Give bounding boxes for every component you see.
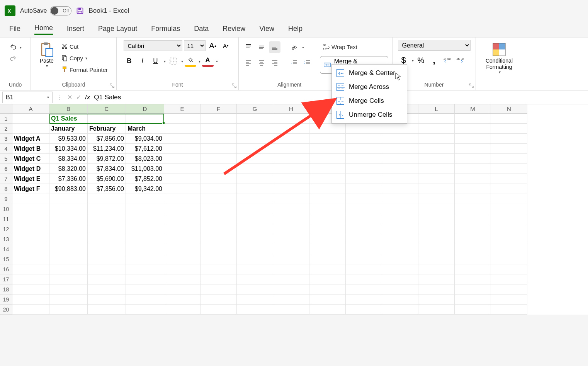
select-all-corner[interactable] xyxy=(0,104,12,114)
cell-E5[interactable] xyxy=(164,154,201,164)
cell-M13[interactable] xyxy=(455,234,491,244)
cell-J19[interactable] xyxy=(346,295,382,305)
cell-F5[interactable] xyxy=(201,154,237,164)
cell-L18[interactable] xyxy=(418,284,455,295)
cell-N11[interactable] xyxy=(491,214,527,224)
row-header-17[interactable]: 17 xyxy=(0,274,12,284)
cell-C11[interactable] xyxy=(88,214,126,224)
cell-G15[interactable] xyxy=(237,254,273,264)
cell-L15[interactable] xyxy=(418,254,455,264)
redo-button[interactable] xyxy=(7,54,20,64)
cell-L1[interactable] xyxy=(418,114,455,124)
cell-H12[interactable] xyxy=(273,224,309,234)
cell-G18[interactable] xyxy=(237,284,273,295)
cell-B19[interactable] xyxy=(49,295,88,305)
cell-N17[interactable] xyxy=(491,274,527,284)
cell-J16[interactable] xyxy=(346,264,382,274)
cell-L20[interactable] xyxy=(418,305,455,315)
cell-K9[interactable] xyxy=(382,194,418,204)
cell-A9[interactable] xyxy=(12,194,49,204)
cell-F1[interactable] xyxy=(201,114,237,124)
font-color-button[interactable]: A xyxy=(202,55,214,67)
cell-C15[interactable] xyxy=(88,254,126,264)
cell-K7[interactable] xyxy=(382,174,418,184)
row-header-10[interactable]: 10 xyxy=(0,204,12,214)
cell-C1[interactable] xyxy=(88,114,126,124)
row-header-16[interactable]: 16 xyxy=(0,264,12,274)
cell-C4[interactable]: $11,234.00 xyxy=(88,144,126,154)
cell-E19[interactable] xyxy=(164,295,201,305)
cell-J4[interactable] xyxy=(346,144,382,154)
cell-M17[interactable] xyxy=(455,274,491,284)
cell-K15[interactable] xyxy=(382,254,418,264)
cell-B8[interactable]: $90,883.00 xyxy=(49,184,88,194)
tab-review[interactable]: Review xyxy=(223,25,245,34)
cell-M14[interactable] xyxy=(455,244,491,254)
cell-L14[interactable] xyxy=(418,244,455,254)
cell-D2[interactable]: March xyxy=(126,124,164,134)
cell-I18[interactable] xyxy=(309,284,346,295)
chevron-down-icon[interactable]: ▾ xyxy=(47,95,49,99)
cell-M16[interactable] xyxy=(455,264,491,274)
cell-A17[interactable] xyxy=(12,274,49,284)
cell-F20[interactable] xyxy=(201,305,237,315)
cell-K10[interactable] xyxy=(382,204,418,214)
decrease-decimal-button[interactable]: .00.0 xyxy=(455,54,466,66)
cell-F16[interactable] xyxy=(201,264,237,274)
cell-N14[interactable] xyxy=(491,244,527,254)
cell-N4[interactable] xyxy=(491,144,527,154)
cell-H10[interactable] xyxy=(273,204,309,214)
cell-G2[interactable] xyxy=(237,124,273,134)
cell-E3[interactable] xyxy=(164,134,201,144)
increase-font-button[interactable]: A▴ xyxy=(207,40,219,51)
cell-G3[interactable] xyxy=(237,134,273,144)
cell-M6[interactable] xyxy=(455,164,491,174)
cell-B4[interactable]: $10,334.00 xyxy=(49,144,88,154)
cell-J3[interactable] xyxy=(346,134,382,144)
cell-L3[interactable] xyxy=(418,134,455,144)
cell-G17[interactable] xyxy=(237,274,273,284)
col-header-H[interactable]: H xyxy=(273,104,309,114)
cell-E18[interactable] xyxy=(164,284,201,295)
cell-H3[interactable] xyxy=(273,134,309,144)
wrap-text-button[interactable]: abc Wrap Text xyxy=(320,41,388,52)
align-left-button[interactable] xyxy=(243,57,254,68)
cell-B11[interactable] xyxy=(49,214,88,224)
cell-J2[interactable] xyxy=(346,124,382,134)
cell-L16[interactable] xyxy=(418,264,455,274)
conditional-formatting-button[interactable]: Conditional Formatting ▾ xyxy=(480,40,518,76)
copy-button[interactable]: Copy ▾ xyxy=(59,53,110,63)
cell-N6[interactable] xyxy=(491,164,527,174)
cell-M15[interactable] xyxy=(455,254,491,264)
cell-K12[interactable] xyxy=(382,224,418,234)
cell-E2[interactable] xyxy=(164,124,201,134)
cell-A11[interactable] xyxy=(12,214,49,224)
borders-button[interactable] xyxy=(167,55,179,67)
cell-H8[interactable] xyxy=(273,184,309,194)
col-header-F[interactable]: F xyxy=(201,104,237,114)
cell-H7[interactable] xyxy=(273,174,309,184)
cell-F10[interactable] xyxy=(201,204,237,214)
name-box[interactable]: B1 ▾ xyxy=(2,92,53,103)
comma-button[interactable]: , xyxy=(428,54,440,66)
cell-C17[interactable] xyxy=(88,274,126,284)
undo-button[interactable]: ▾ xyxy=(7,42,24,52)
cell-D11[interactable] xyxy=(126,214,164,224)
increase-indent-button[interactable] xyxy=(301,57,313,68)
cell-G11[interactable] xyxy=(237,214,273,224)
menu-unmerge-cells[interactable]: Unmerge Cells xyxy=(332,108,407,122)
cell-J17[interactable] xyxy=(346,274,382,284)
cell-F4[interactable] xyxy=(201,144,237,154)
cell-K2[interactable] xyxy=(382,124,418,134)
tab-formulas[interactable]: Formulas xyxy=(151,25,180,34)
autosave-toggle[interactable]: Off xyxy=(50,6,71,15)
cancel-icon[interactable]: ✕ xyxy=(67,94,72,101)
cell-M4[interactable] xyxy=(455,144,491,154)
row-header-15[interactable]: 15 xyxy=(0,254,12,264)
cell-K3[interactable] xyxy=(382,134,418,144)
cell-N10[interactable] xyxy=(491,204,527,214)
cell-L8[interactable] xyxy=(418,184,455,194)
cell-B18[interactable] xyxy=(49,284,88,295)
cell-M5[interactable] xyxy=(455,154,491,164)
row-header-4[interactable]: 4 xyxy=(0,144,12,154)
